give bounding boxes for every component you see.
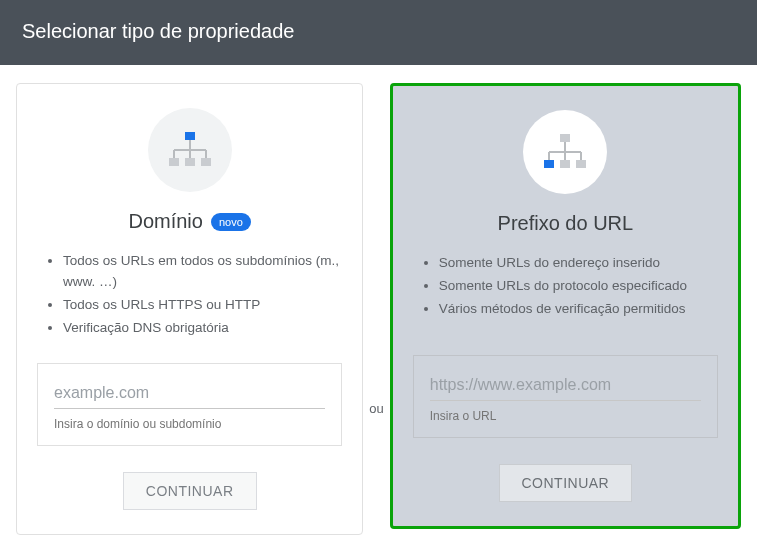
svg-rect-16 xyxy=(560,160,570,168)
domain-input[interactable] xyxy=(54,380,325,409)
svg-rect-9 xyxy=(560,134,570,142)
prefix-input-helper: Insira o URL xyxy=(430,409,701,423)
svg-rect-0 xyxy=(185,132,195,140)
dialog-title: Selecionar tipo de propriedade xyxy=(22,20,294,42)
prefix-card-title-row: Prefixo do URL xyxy=(498,212,634,235)
list-item: Verificação DNS obrigatória xyxy=(63,318,342,339)
svg-rect-7 xyxy=(185,158,195,166)
svg-rect-15 xyxy=(544,160,554,168)
list-item: Somente URLs do endereço inserido xyxy=(439,253,718,274)
card-url-prefix[interactable]: Prefixo do URL Somente URLs do endereço … xyxy=(390,83,741,529)
domain-continue-button[interactable]: CONTINUAR xyxy=(123,472,257,510)
domain-input-wrap: Insira o domínio ou subdomínio xyxy=(37,363,342,446)
prefix-continue-button[interactable]: CONTINUAR xyxy=(499,464,633,502)
content-row: Domínio novo Todos os URLs em todos os s… xyxy=(0,65,757,535)
list-item: Todos os URLs em todos os subdomínios (m… xyxy=(63,251,342,293)
svg-rect-17 xyxy=(576,160,586,168)
list-item: Vários métodos de verificação permitidos xyxy=(439,299,718,320)
domain-sitemap-icon xyxy=(148,108,232,192)
list-item: Todos os URLs HTTPS ou HTTP xyxy=(63,295,342,316)
domain-card-title: Domínio xyxy=(128,210,202,233)
prefix-feature-list: Somente URLs do endereço inserido Soment… xyxy=(413,253,718,333)
list-item: Somente URLs do protocolo especificado xyxy=(439,276,718,297)
domain-feature-list: Todos os URLs em todos os subdomínios (m… xyxy=(37,251,342,341)
prefix-input[interactable] xyxy=(430,372,701,401)
card-domain[interactable]: Domínio novo Todos os URLs em todos os s… xyxy=(16,83,363,535)
domain-badge-new: novo xyxy=(211,213,251,231)
svg-rect-6 xyxy=(169,158,179,166)
or-separator: ou xyxy=(363,401,389,416)
domain-input-helper: Insira o domínio ou subdomínio xyxy=(54,417,325,431)
prefix-card-title: Prefixo do URL xyxy=(498,212,634,235)
dialog-header: Selecionar tipo de propriedade xyxy=(0,0,757,65)
prefix-sitemap-icon xyxy=(523,110,607,194)
svg-rect-8 xyxy=(201,158,211,166)
prefix-input-wrap: Insira o URL xyxy=(413,355,718,438)
domain-card-title-row: Domínio novo xyxy=(128,210,250,233)
